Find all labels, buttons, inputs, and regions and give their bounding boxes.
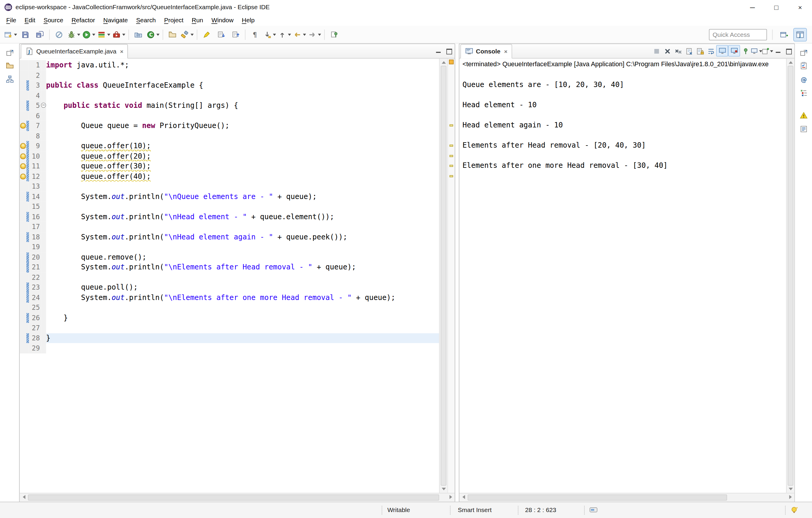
code-text[interactable]: Queue queue = new PriorityQueue(); — [46, 121, 439, 131]
mark-occurrences-button[interactable] — [199, 28, 214, 41]
code-text[interactable] — [46, 222, 439, 232]
close-icon[interactable]: × — [119, 48, 123, 54]
editor-line-26[interactable]: 26 } — [20, 313, 439, 323]
code-text[interactable] — [46, 90, 439, 100]
line-number[interactable]: 7 — [29, 121, 41, 131]
window-minimize-button[interactable]: ─ — [741, 0, 764, 15]
window-maximize-button[interactable]: □ — [764, 0, 788, 15]
console-vscroll-thumb[interactable] — [788, 66, 793, 485]
quick-access-input[interactable]: Quick Access — [709, 29, 767, 40]
code-text[interactable]: System.out.println("\nHead element again… — [46, 232, 439, 242]
line-number[interactable]: 25 — [29, 303, 41, 313]
scroll-left-icon[interactable] — [20, 493, 28, 501]
line-number[interactable]: 29 — [29, 343, 41, 353]
tab-queueinterfaceexample-java[interactable]: J QueueInterfaceExample.java × — [21, 44, 128, 58]
outline-button[interactable] — [797, 87, 810, 98]
editor-line-3[interactable]: 3public class QueueInterfaceExample { — [20, 80, 439, 90]
code-text[interactable]: queue.offer(10); — [46, 141, 439, 151]
close-icon[interactable]: × — [503, 48, 508, 54]
code-text[interactable]: queue.remove(); — [46, 252, 439, 262]
editor-line-9[interactable]: 9 queue.offer(10); — [20, 141, 439, 151]
show-whitespace-button[interactable]: ¶ — [248, 28, 262, 41]
forward-button[interactable] — [307, 28, 322, 41]
console-rows[interactable]: <terminated> QueueInterfaceExample [Java… — [459, 58, 786, 492]
scroll-left-icon[interactable] — [459, 493, 468, 501]
save-all-button[interactable] — [33, 28, 47, 41]
editor-line-5[interactable]: 5− public static void main(String[] args… — [20, 101, 439, 111]
dropdown-caret-icon[interactable] — [303, 33, 306, 36]
annotation-summary-icon[interactable] — [449, 60, 454, 64]
clear-console-button[interactable] — [684, 46, 694, 56]
skip-breakpoints-button[interactable] — [52, 28, 66, 41]
console-hscroll-thumb[interactable] — [468, 494, 727, 500]
scroll-right-icon[interactable] — [446, 493, 455, 501]
line-number[interactable]: 10 — [29, 151, 41, 161]
editor-line-7[interactable]: 7 Queue queue = new PriorityQueue(); — [20, 121, 439, 131]
show-stderr-console-button[interactable] — [728, 45, 740, 56]
code-text[interactable]: public class QueueInterfaceExample { — [46, 80, 439, 90]
line-number[interactable]: 13 — [29, 182, 41, 192]
editor-line-16[interactable]: 16 System.out.println("\nHead element - … — [20, 212, 439, 222]
dropdown-caret-icon[interactable] — [288, 33, 291, 36]
search-button[interactable] — [179, 28, 195, 41]
code-text[interactable]: System.out.println("\nElements after one… — [46, 293, 439, 303]
menu-item-refactor[interactable]: Refactor — [67, 15, 99, 26]
line-number[interactable]: 26 — [29, 313, 41, 323]
remove-all-terminated-button[interactable] — [673, 46, 684, 56]
code-text[interactable]: public static void main(String[] args) { — [46, 101, 439, 111]
code-text[interactable]: queue.offer(40); — [46, 171, 439, 182]
fold-collapse-icon[interactable]: − — [41, 103, 46, 108]
editor-line-8[interactable]: 8 — [20, 131, 439, 141]
editor-vscroll-thumb[interactable] — [441, 66, 446, 485]
dropdown-caret-icon[interactable] — [318, 33, 321, 36]
code-text[interactable]: queue.offer(20); — [46, 151, 439, 161]
line-number[interactable]: 18 — [29, 232, 41, 242]
editor-line-2[interactable]: 2 — [20, 70, 439, 80]
type-hierarchy-button[interactable] — [3, 74, 16, 85]
java-perspective-button[interactable]: J — [793, 28, 807, 41]
code-text[interactable] — [46, 303, 439, 313]
editor-line-17[interactable]: 17 — [20, 222, 439, 232]
last-edit-location-button[interactable] — [262, 28, 277, 41]
line-number[interactable]: 12 — [29, 171, 41, 182]
console-body[interactable]: <terminated> QueueInterfaceExample [Java… — [459, 58, 794, 492]
next-annotation-button[interactable] — [214, 28, 229, 41]
project-explorer-button[interactable] — [3, 60, 16, 71]
back-button[interactable] — [292, 28, 307, 41]
line-number[interactable]: 24 — [29, 293, 41, 303]
code-text[interactable]: import java.util.*; — [46, 60, 439, 70]
run-button[interactable] — [81, 28, 96, 41]
editor-rows[interactable]: 1import java.util.*;23public class Queue… — [20, 58, 439, 492]
dropdown-caret-icon[interactable] — [77, 33, 80, 36]
code-text[interactable] — [46, 70, 439, 80]
code-text[interactable]: } — [46, 333, 439, 343]
overview-ruler[interactable] — [447, 58, 455, 492]
editor-line-10[interactable]: 10 queue.offer(20); — [20, 151, 439, 161]
line-number[interactable]: 28 — [29, 333, 41, 343]
code-text[interactable]: System.out.println("\nElements after Hea… — [46, 262, 439, 272]
overview-warning-mark[interactable] — [450, 145, 453, 147]
previous-annotation-button[interactable] — [229, 28, 243, 41]
menu-item-run[interactable]: Run — [187, 15, 207, 26]
warning-lightbulb-icon[interactable] — [20, 123, 26, 129]
code-text[interactable] — [46, 131, 439, 141]
line-number[interactable]: 14 — [29, 192, 41, 202]
minimize-view-icon[interactable] — [773, 46, 784, 56]
menu-item-source[interactable]: Source — [39, 15, 67, 26]
menu-item-search[interactable]: Search — [132, 15, 160, 26]
menu-item-file[interactable]: File — [2, 15, 21, 26]
line-number[interactable]: 23 — [29, 282, 41, 293]
notifications-lightbulb-icon[interactable] — [790, 506, 800, 514]
line-number[interactable]: 5 — [29, 101, 41, 111]
open-type-button[interactable] — [165, 28, 180, 41]
tab-console[interactable]: Console × — [460, 44, 512, 58]
editor-line-19[interactable]: 19 — [20, 242, 439, 252]
line-number[interactable]: 6 — [29, 111, 41, 121]
editor-line-12[interactable]: 12 queue.offer(40); — [20, 171, 439, 182]
line-number[interactable]: 19 — [29, 242, 41, 252]
editor-hscroll[interactable] — [20, 493, 455, 502]
debug-button[interactable] — [66, 28, 81, 41]
open-perspective-button[interactable] — [778, 28, 790, 41]
scroll-down-icon[interactable] — [787, 485, 794, 492]
scroll-right-icon[interactable] — [786, 493, 794, 501]
